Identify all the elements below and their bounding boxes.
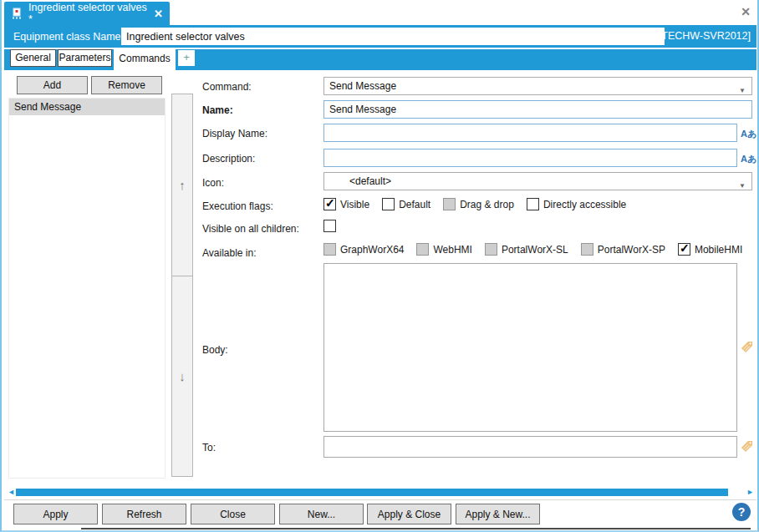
up-arrow-icon: ↑ xyxy=(179,178,186,192)
checkbox-visible[interactable]: ✓ Visible xyxy=(323,198,369,210)
chevron-down-icon: ▼ xyxy=(739,83,746,99)
document-tab-close-icon[interactable]: ✕ xyxy=(154,8,163,20)
footer-bar: Apply Refresh Close New... Apply & Close… xyxy=(4,499,756,528)
list-item-send-message[interactable]: Send Message xyxy=(9,99,165,115)
description-input[interactable] xyxy=(323,149,737,167)
checkbox-webhmi[interactable]: WebHMI xyxy=(416,243,471,256)
tab-parameters[interactable]: Parameters xyxy=(58,49,112,67)
tab-general[interactable]: General xyxy=(10,49,56,67)
tag-icon[interactable] xyxy=(741,440,753,453)
equipment-class-editor-window: Ingredient selector valves * ✕ ✕ Equipme… xyxy=(0,0,759,532)
close-button[interactable]: Close xyxy=(191,504,275,524)
checkbox-portalworx-sl[interactable]: PortalWorX-SL xyxy=(485,243,568,256)
check-icon: ✓ xyxy=(680,241,690,255)
refresh-button[interactable]: Refresh xyxy=(102,504,186,524)
display-name-label: Display Name: xyxy=(202,128,267,139)
available-in-label: Available in: xyxy=(202,247,257,259)
body-textarea[interactable] xyxy=(323,263,737,432)
apply-button[interactable]: Apply xyxy=(13,504,98,524)
add-button[interactable]: Add xyxy=(17,76,88,94)
scroll-left-icon[interactable]: ◄ xyxy=(8,488,15,496)
chevron-down-icon: ▼ xyxy=(739,178,746,195)
command-label: Command: xyxy=(202,81,252,93)
icon-dropdown-value: <default> xyxy=(349,175,391,187)
document-tab[interactable]: Ingredient selector valves * ✕ xyxy=(4,2,170,25)
new-button[interactable]: New... xyxy=(279,504,364,524)
tab-add-button[interactable]: + xyxy=(178,50,195,66)
help-button[interactable]: ? xyxy=(732,503,751,521)
horizontal-scrollbar-thumb[interactable] xyxy=(16,489,728,496)
window-bottom-edge xyxy=(81,528,751,529)
command-dropdown-value: Send Message xyxy=(329,80,396,92)
apply-and-new-button[interactable]: Apply & New... xyxy=(456,504,540,524)
checkbox-portalworx-sp[interactable]: PortalWorX-SP xyxy=(581,243,665,256)
move-up-button[interactable]: ↑ xyxy=(171,94,193,276)
name-label: Name: xyxy=(202,104,233,116)
display-name-input[interactable] xyxy=(323,124,737,142)
icon-label: Icon: xyxy=(202,177,224,189)
equipment-class-name-label: Equipment class Name: xyxy=(13,31,124,43)
to-label: To: xyxy=(202,442,216,453)
localization-icon[interactable]: Aあ xyxy=(741,153,756,165)
to-input[interactable] xyxy=(323,436,737,458)
check-icon: ✓ xyxy=(325,196,335,210)
icon-dropdown[interactable]: <default> ▼ xyxy=(323,172,752,190)
execution-flags-label: Execution flags: xyxy=(202,200,273,212)
checkbox-graphworx64[interactable]: GraphWorX64 xyxy=(323,243,404,256)
command-dropdown[interactable]: Send Message ▼ xyxy=(323,77,752,95)
remove-button[interactable]: Remove xyxy=(91,76,162,94)
pane-close-icon[interactable]: ✕ xyxy=(741,5,751,18)
horizontal-scrollbar[interactable]: ◄ ► xyxy=(4,487,756,498)
down-arrow-icon: ↓ xyxy=(179,369,186,383)
available-in-row: GraphWorX64 WebHMI PortalWorX-SL PortalW… xyxy=(323,243,755,256)
name-input[interactable]: Send Message xyxy=(323,100,752,119)
document-tab-title: Ingredient selector valves * xyxy=(28,2,148,25)
scroll-right-icon[interactable]: ► xyxy=(746,488,754,496)
apply-and-close-button[interactable]: Apply & Close xyxy=(367,504,451,524)
checkbox-visible-on-all-children[interactable] xyxy=(323,220,340,232)
equipment-class-icon xyxy=(11,8,23,19)
tab-commands[interactable]: Commands xyxy=(114,48,176,70)
server-name: [TECHW-SVR2012] xyxy=(659,30,751,42)
commands-list: Send Message xyxy=(8,98,166,479)
description-label: Description: xyxy=(202,153,255,165)
localization-icon[interactable]: Aあ xyxy=(741,128,756,140)
header-bar: Equipment class Name: [TECHW-SVR2012] xyxy=(4,25,756,48)
checkbox-mobilehmi[interactable]: ✓ MobileHMI xyxy=(678,243,742,256)
checkbox-drag-drop[interactable]: Drag & drop xyxy=(443,198,514,210)
body-label: Body: xyxy=(202,344,228,356)
visible-on-all-children-label: Visible on all children: xyxy=(202,223,299,235)
checkbox-default[interactable]: Default xyxy=(382,198,430,210)
move-down-button[interactable]: ↓ xyxy=(171,276,193,477)
tag-icon[interactable] xyxy=(741,341,753,353)
checkbox-directly-accessible[interactable]: Directly accessible xyxy=(527,198,626,210)
execution-flags-row: ✓ Visible Default Drag & drop Directly a… xyxy=(323,198,639,210)
equipment-class-name-input[interactable] xyxy=(121,28,665,45)
